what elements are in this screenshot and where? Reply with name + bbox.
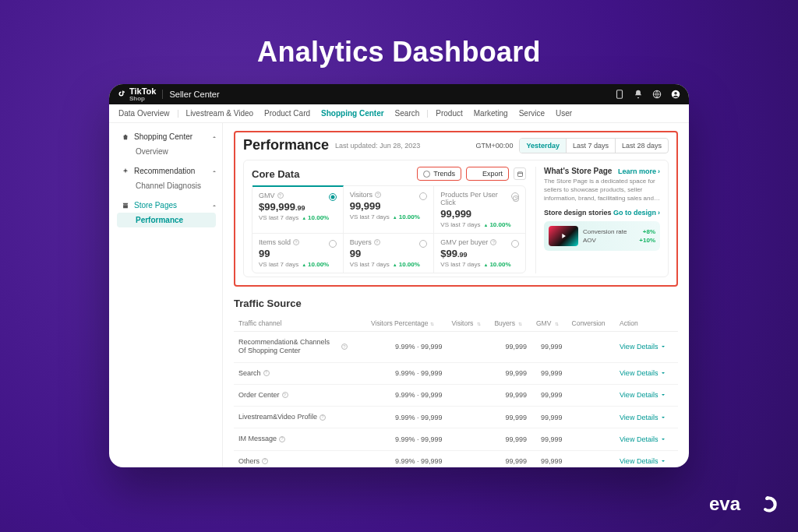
tab-data-overview[interactable]: Data Overview bbox=[118, 109, 170, 118]
table-row: Order Center ?9.99% · 99,99999,99999,999… bbox=[234, 384, 678, 406]
metric-radio[interactable] bbox=[511, 192, 519, 200]
sidebar-item-channel-diagnosis[interactable]: Channel Diagnosis bbox=[117, 178, 216, 193]
metric-radio[interactable] bbox=[511, 240, 519, 248]
svg-text:eva: eva bbox=[709, 493, 741, 514]
info-icon[interactable]: ? bbox=[490, 239, 496, 245]
sidebar-group-recommendation: Recommendation Channel Diagnosis bbox=[117, 164, 222, 193]
chevron-down-icon bbox=[660, 370, 666, 376]
learn-more-link[interactable]: Learn more › bbox=[618, 167, 660, 175]
view-details-link[interactable]: View Details bbox=[620, 369, 673, 377]
info-icon[interactable]: ? bbox=[282, 392, 288, 398]
aov-value: +10% bbox=[639, 237, 655, 244]
info-icon[interactable]: ? bbox=[341, 344, 348, 350]
metric-card[interactable]: GMV per buyer ?$99.99VS last 7 days 10.0… bbox=[434, 234, 525, 273]
cell-conversion bbox=[567, 384, 616, 406]
info-icon[interactable]: ? bbox=[263, 370, 270, 376]
sidebar-head-shopping-center[interactable]: Shopping Center bbox=[117, 129, 222, 144]
sidebar-head-recommendation[interactable]: Recommendation bbox=[117, 164, 222, 178]
col-buyers[interactable]: Buyers ⇅ bbox=[489, 315, 531, 332]
cell-visitors bbox=[447, 450, 490, 467]
sidebar-head-store-pages[interactable]: Store Pages bbox=[117, 198, 222, 213]
sort-icon: ⇅ bbox=[555, 322, 559, 326]
cell-visitors bbox=[447, 384, 490, 406]
sidebar-label: Recommendation bbox=[134, 167, 195, 175]
sidebar-item-overview[interactable]: Overview bbox=[117, 144, 216, 159]
svg-rect-4 bbox=[517, 171, 522, 176]
range-yesterday[interactable]: Yesterday bbox=[520, 139, 566, 153]
col-visitors-pct[interactable]: Visitors Percentage⇅ bbox=[366, 315, 447, 332]
tab-search[interactable]: Search bbox=[395, 109, 420, 118]
metric-value: $99.99 bbox=[440, 248, 519, 259]
performance-header: Performance Last updated: Jun 28, 2023 G… bbox=[243, 137, 669, 153]
seller-center-label: Seller Center bbox=[169, 90, 219, 99]
conversion-rate-label: Conversion rate bbox=[583, 228, 627, 235]
export-button[interactable]: Export bbox=[466, 167, 509, 181]
info-icon[interactable]: ? bbox=[279, 436, 285, 442]
view-details-link[interactable]: View Details bbox=[620, 391, 673, 399]
metric-radio[interactable] bbox=[329, 240, 337, 248]
tab-service[interactable]: Service bbox=[519, 109, 545, 118]
metric-radio[interactable] bbox=[419, 192, 427, 200]
trends-button[interactable]: Trends bbox=[417, 167, 461, 181]
view-details-link[interactable]: View Details bbox=[620, 435, 673, 443]
table-row: Search ?9.99% · 99,99999,99999,999View D… bbox=[234, 362, 678, 384]
play-icon bbox=[560, 232, 567, 240]
col-visitors[interactable]: Visitors ⇅ bbox=[447, 315, 490, 332]
tab-user[interactable]: User bbox=[556, 109, 572, 118]
calendar-button[interactable] bbox=[514, 167, 526, 180]
cell-buyers: 99,999 bbox=[489, 407, 531, 428]
bag-icon bbox=[122, 133, 129, 141]
table-row: Recommendation& Channels Of Shopping Cen… bbox=[234, 332, 678, 363]
info-icon[interactable]: ? bbox=[262, 458, 268, 464]
metric-card[interactable]: Items sold ?99VS last 7 days 10.00% bbox=[252, 234, 344, 273]
metric-card[interactable]: Visitors ?99,999VS last 7 days 10.00% bbox=[344, 186, 435, 234]
tab-marketing[interactable]: Marketing bbox=[474, 109, 508, 118]
metric-card[interactable]: GMV ?$99,999.99VS last 7 days 10.00% bbox=[252, 185, 344, 234]
chevron-down-icon bbox=[660, 344, 666, 350]
chevron-down-icon bbox=[660, 392, 666, 398]
cell-buyers: 99,999 bbox=[489, 428, 531, 450]
store-design-thumbnail[interactable]: Conversion rate +8% AOV +10% bbox=[544, 221, 660, 251]
metric-card[interactable]: Buyers ?99VS last 7 days 10.00% bbox=[344, 234, 435, 273]
col-gmv[interactable]: GMV ⇅ bbox=[531, 315, 567, 332]
app-body: Shopping Center Overview Recommendation … bbox=[109, 123, 689, 467]
info-icon[interactable]: ? bbox=[277, 192, 284, 199]
metric-delta: VS last 7 days 10.00% bbox=[259, 214, 337, 221]
go-to-design-link[interactable]: Go to design › bbox=[613, 209, 660, 217]
tab-product-card[interactable]: Product Card bbox=[264, 109, 310, 118]
info-icon[interactable]: ? bbox=[293, 239, 299, 245]
chevron-up-icon bbox=[211, 168, 217, 174]
bell-icon[interactable] bbox=[633, 89, 644, 100]
conversion-rate-value: +8% bbox=[643, 228, 655, 235]
tab-shopping-center[interactable]: Shopping Center bbox=[321, 109, 384, 118]
view-details-link[interactable]: View Details bbox=[620, 457, 673, 465]
range-last-28-days[interactable]: Last 28 days bbox=[615, 139, 668, 153]
cell-visitors-pct: 9.99% · 99,999 bbox=[366, 332, 447, 363]
tab-livestream-video[interactable]: Livestream & Video bbox=[186, 109, 254, 118]
metric-delta: VS last 7 days 10.00% bbox=[440, 221, 519, 228]
view-details-link[interactable]: View Details bbox=[620, 343, 673, 351]
col-conversion[interactable]: Conversion bbox=[567, 315, 616, 332]
cell-conversion bbox=[567, 428, 616, 450]
info-icon[interactable]: ? bbox=[374, 239, 380, 245]
tab-product[interactable]: Product bbox=[436, 109, 462, 118]
cell-visitors-pct: 9.99% · 99,999 bbox=[366, 450, 447, 467]
device-icon[interactable] bbox=[614, 89, 625, 100]
cell-gmv: 99,999 bbox=[531, 428, 567, 450]
range-last-7-days[interactable]: Last 7 days bbox=[566, 139, 615, 153]
store-page-panel: What's Store Page Learn more › The Store… bbox=[535, 167, 660, 273]
sidebar-item-performance[interactable]: Performance bbox=[117, 213, 216, 227]
avatar-icon[interactable] bbox=[670, 89, 681, 100]
view-details-link[interactable]: View Details bbox=[620, 414, 673, 421]
metric-radio[interactable] bbox=[329, 193, 337, 201]
metric-card[interactable]: Products Per User Click ?99,999VS last 7… bbox=[434, 186, 525, 234]
info-icon[interactable]: ? bbox=[320, 414, 326, 421]
cell-buyers: 99,999 bbox=[489, 384, 531, 406]
info-icon[interactable]: ? bbox=[375, 192, 381, 198]
metric-radio[interactable] bbox=[419, 240, 427, 248]
chevron-up-icon bbox=[211, 203, 217, 209]
col-traffic-channel[interactable]: Traffic channel bbox=[234, 315, 366, 332]
core-data-card: Core Data Trends Export bbox=[243, 160, 669, 277]
globe-icon[interactable] bbox=[651, 89, 662, 100]
aov-label: AOV bbox=[583, 237, 596, 244]
